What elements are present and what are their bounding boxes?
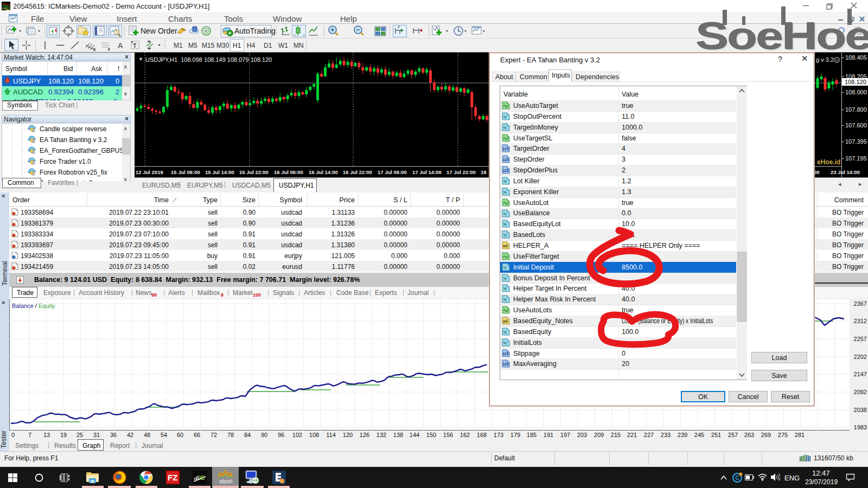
svg-text:F: F [108, 48, 111, 52]
svg-text:E: E [93, 48, 96, 52]
svg-text:ab: ab [503, 319, 508, 324]
svg-text:123: 123 [503, 362, 509, 366]
svg-text:C: C [736, 475, 739, 481]
svg-text:A: A [118, 41, 123, 50]
svg-text:T: T [133, 42, 137, 49]
svg-text:½: ½ [503, 222, 507, 227]
svg-text:FZ: FZ [168, 473, 177, 482]
svg-text:123: 123 [503, 158, 509, 162]
svg-text:123: 123 [503, 169, 509, 172]
svg-text:½: ½ [503, 265, 507, 270]
svg-text:ab: ab [503, 243, 508, 248]
svg-text:½: ½ [503, 330, 507, 335]
svg-text:½: ½ [503, 286, 507, 291]
svg-text:½: ½ [503, 125, 507, 130]
svg-text:123: 123 [503, 352, 509, 356]
svg-text:123: 123 [503, 147, 509, 151]
svg-text:½: ½ [503, 233, 507, 237]
svg-text:½: ½ [503, 341, 507, 345]
svg-text:½: ½ [503, 114, 507, 119]
svg-text:½: ½ [503, 276, 507, 281]
svg-text:!: ! [281, 479, 282, 483]
svg-text:½: ½ [503, 297, 507, 302]
svg-text:½: ½ [503, 190, 507, 195]
svg-text:½: ½ [503, 211, 507, 216]
svg-text:½: ½ [503, 179, 507, 184]
